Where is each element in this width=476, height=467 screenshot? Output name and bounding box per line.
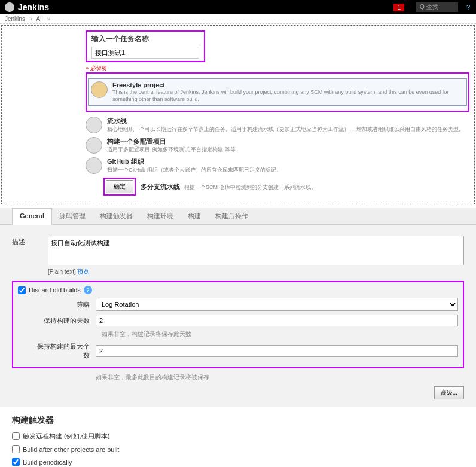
help-icon[interactable]: ? xyxy=(466,4,470,11)
project-type-multibranch[interactable]: 确定 多分支流水线 根据一个SCM 仓库中检测到的分支创建一系列流水线。 xyxy=(86,178,469,196)
tab-triggers[interactable]: 构建触发器 xyxy=(93,208,140,224)
description-label: 描述 xyxy=(12,236,48,246)
discard-highlight: Discard old builds ? 策略 Log Rotation 保持构… xyxy=(12,281,464,368)
trigger-periodically-label: Build periodically xyxy=(23,459,72,466)
days-to-keep-input[interactable] xyxy=(96,315,458,326)
item-name-highlight: 输入一个任务名称 xyxy=(86,30,205,62)
ok-button[interactable]: 确定 xyxy=(106,180,133,193)
jenkins-logo-icon xyxy=(5,2,14,12)
item-name-label: 输入一个任务名称 xyxy=(91,34,199,44)
trigger-remote-checkbox[interactable] xyxy=(12,432,20,440)
trigger-periodically-checkbox[interactable] xyxy=(12,458,20,466)
freestyle-name: Freestyle project xyxy=(112,81,464,88)
new-item-section: 输入一个任务名称 » 必填项 Freestyle project This is… xyxy=(1,25,475,204)
search-input[interactable]: Q 查找 xyxy=(416,2,458,12)
breadcrumb-item[interactable]: All xyxy=(36,16,42,22)
multiconfig-desc: 适用于多配置项目,例如多环境测试,平台指定构建,等等. xyxy=(107,146,469,154)
discard-old-builds-checkbox[interactable] xyxy=(18,286,26,294)
max-builds-label: 保持构建的最大个数 xyxy=(36,342,96,360)
multiconfig-name: 构建一个多配置项目 xyxy=(107,137,469,146)
freestyle-icon xyxy=(91,81,108,98)
strategy-select[interactable]: Log Rotation xyxy=(96,298,458,311)
max-builds-input[interactable] xyxy=(96,345,458,357)
config-tabs: General 源码管理 构建触发器 构建环境 构建 构建后操作 xyxy=(0,208,476,225)
tab-post[interactable]: 构建后操作 xyxy=(208,208,255,224)
config-section: General 源码管理 构建触发器 构建环境 构建 构建后操作 描述 [Pla… xyxy=(0,208,476,407)
pipeline-name: 流水线 xyxy=(107,117,469,126)
help-icon[interactable]: ? xyxy=(84,286,92,294)
breadcrumb-separator: » xyxy=(47,16,50,22)
plain-text-label: [Plain text] xyxy=(48,268,76,275)
pipeline-desc: 精心地组织一个可以长期运行在多个节点上的任务。适用于构建流水线（更加正式地应当称… xyxy=(107,126,469,133)
tab-scm[interactable]: 源码管理 xyxy=(52,208,93,224)
plain-text-hint: [Plain text] 预览 xyxy=(48,268,464,276)
multiconfig-icon xyxy=(86,137,102,154)
strategy-label: 策略 xyxy=(36,300,96,309)
tab-env[interactable]: 构建环境 xyxy=(140,208,181,224)
project-type-freestyle[interactable]: Freestyle project This is the central fe… xyxy=(88,78,467,106)
discard-old-builds-label: Discard old builds xyxy=(29,286,81,294)
build-triggers-section: 构建触发器 触发远程构建 (例如,使用脚本) Build after other… xyxy=(12,415,464,467)
pipeline-icon xyxy=(86,117,102,133)
general-panel: 描述 [Plain text] 预览 Discard old builds ? … xyxy=(0,225,476,407)
trigger-after-other-label: Build after other projects are built xyxy=(23,446,119,453)
required-hint: » 必填项 xyxy=(86,65,469,72)
trigger-after-other-checkbox[interactable] xyxy=(12,445,20,453)
multibranch-desc: 根据一个SCM 仓库中检测到的分支创建一系列流水线。 xyxy=(184,184,316,190)
advanced-button[interactable]: 高级... xyxy=(434,386,464,399)
github-desc: 扫描一个GitHub 组织（或者个人账户）的所有仓库来匹配已定义的标记。 xyxy=(107,167,469,174)
tab-build[interactable]: 构建 xyxy=(181,208,208,224)
item-name-input[interactable] xyxy=(91,47,199,59)
breadcrumb-separator: » xyxy=(29,16,33,22)
days-hint: 如果非空，构建记录将保存此天数 xyxy=(102,330,458,338)
trigger-remote-label: 触发远程构建 (例如,使用脚本) xyxy=(23,432,109,441)
ok-button-highlight: 确定 xyxy=(103,178,136,196)
max-hint: 如果非空，最多此数目的构建记录将被保存 xyxy=(96,373,464,381)
tab-general[interactable]: General xyxy=(12,208,52,225)
jenkins-logo-text: Jenkins xyxy=(18,2,49,12)
github-name: GitHub 组织 xyxy=(107,157,469,166)
multibranch-name: 多分支流水线 xyxy=(141,183,180,190)
freestyle-highlight: Freestyle project This is the central fe… xyxy=(86,72,469,112)
alert-badge[interactable]: 1 xyxy=(393,4,404,11)
description-input[interactable] xyxy=(48,236,464,265)
project-type-pipeline[interactable]: 流水线 精心地组织一个可以长期运行在多个节点上的任务。适用于构建流水线（更加正式… xyxy=(86,117,469,133)
days-to-keep-label: 保持构建的天数 xyxy=(36,316,96,325)
top-bar: Jenkins 1 Q 查找 ? xyxy=(0,0,476,14)
project-type-multiconfig[interactable]: 构建一个多配置项目 适用于多配置项目,例如多环境测试,平台指定构建,等等. xyxy=(86,137,469,154)
github-icon xyxy=(86,157,102,174)
breadcrumb: Jenkins » All » xyxy=(0,14,476,24)
preview-link[interactable]: 预览 xyxy=(77,268,89,275)
freestyle-desc: This is the central feature of Jenkins. … xyxy=(112,89,464,103)
project-type-github[interactable]: GitHub 组织 扫描一个GitHub 组织（或者个人账户）的所有仓库来匹配已… xyxy=(86,157,469,174)
triggers-title: 构建触发器 xyxy=(12,415,464,426)
breadcrumb-item[interactable]: Jenkins xyxy=(5,16,25,22)
